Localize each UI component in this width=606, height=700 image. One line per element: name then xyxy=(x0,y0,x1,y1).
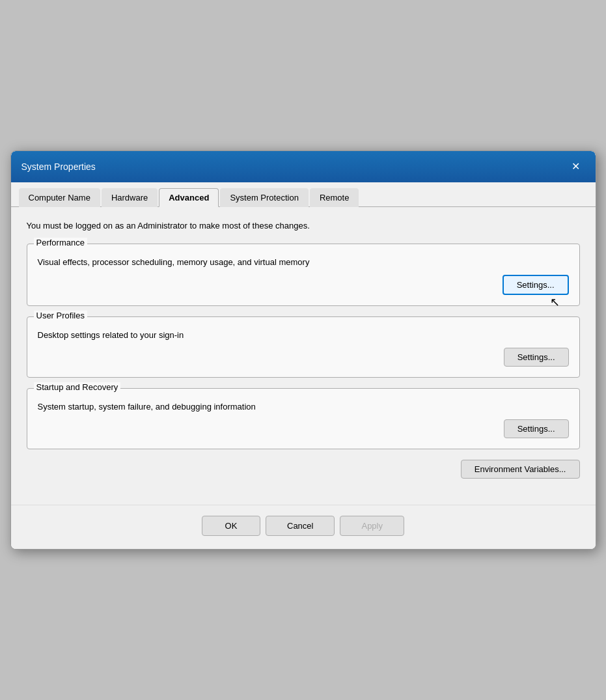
user-profiles-settings-button[interactable]: Settings... xyxy=(504,348,569,367)
startup-recovery-label: Startup and Recovery xyxy=(34,382,121,392)
dialog-title: System Properties xyxy=(21,161,96,172)
performance-settings-wrapper: Settings... ↖ xyxy=(503,275,569,295)
performance-label: Performance xyxy=(34,238,87,247)
tab-computer-name[interactable]: Computer Name xyxy=(19,188,100,207)
system-properties-dialog: System Properties ✕ Computer Name Hardwa… xyxy=(10,150,596,550)
tab-content: You must be logged on as an Administrato… xyxy=(11,207,596,505)
tab-remote[interactable]: Remote xyxy=(310,188,359,207)
startup-recovery-description: System startup, system failure, and debu… xyxy=(38,402,569,412)
user-profiles-btn-row: Settings... xyxy=(38,348,569,367)
startup-recovery-settings-button[interactable]: Settings... xyxy=(504,419,569,438)
cursor-icon: ↖ xyxy=(550,295,560,309)
tab-bar: Computer Name Hardware Advanced System P… xyxy=(11,182,596,207)
apply-button[interactable]: Apply xyxy=(340,516,404,536)
startup-recovery-section: Startup and Recovery System startup, sys… xyxy=(27,388,580,449)
ok-button[interactable]: OK xyxy=(202,516,260,536)
performance-settings-button[interactable]: Settings... xyxy=(503,275,569,295)
tab-advanced[interactable]: Advanced xyxy=(159,188,219,207)
admin-notice: You must be logged on as an Administrato… xyxy=(27,220,580,232)
user-profiles-description: Desktop settings related to your sign-in xyxy=(38,330,569,340)
title-bar: System Properties ✕ xyxy=(11,151,596,182)
cancel-button[interactable]: Cancel xyxy=(266,516,335,536)
env-variables-row: Environment Variables... xyxy=(27,460,580,479)
startup-recovery-btn-row: Settings... xyxy=(38,419,569,438)
performance-section: Performance Visual effects, processor sc… xyxy=(27,244,580,306)
tab-system-protection[interactable]: System Protection xyxy=(220,188,309,207)
performance-btn-row: Settings... ↖ xyxy=(38,275,569,295)
dialog-footer: OK Cancel Apply xyxy=(11,505,596,549)
performance-description: Visual effects, processor scheduling, me… xyxy=(38,257,569,267)
tab-hardware[interactable]: Hardware xyxy=(102,188,158,207)
close-button[interactable]: ✕ xyxy=(567,158,585,176)
user-profiles-section: User Profiles Desktop settings related t… xyxy=(27,316,580,378)
environment-variables-button[interactable]: Environment Variables... xyxy=(461,460,580,479)
user-profiles-label: User Profiles xyxy=(34,311,87,320)
